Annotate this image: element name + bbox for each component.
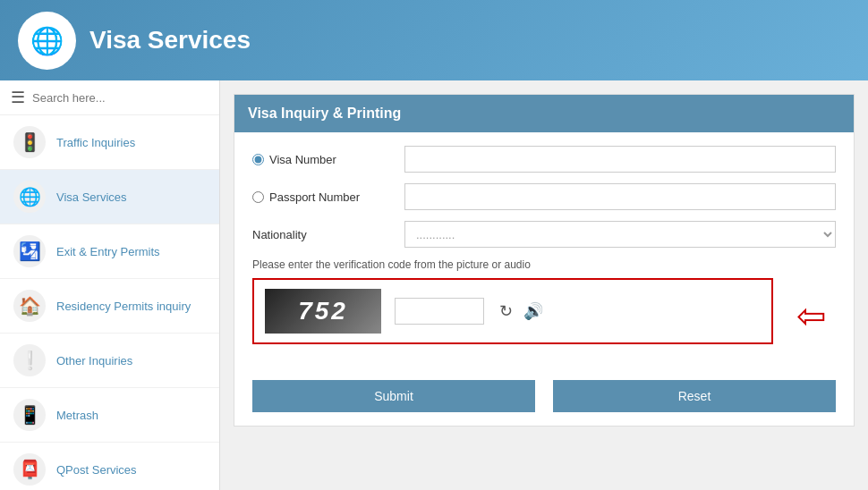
sidebar-label-residency: Residency Permits inquiry bbox=[56, 300, 191, 313]
sidebar-item-traffic[interactable]: 🚦 Traffic Inquiries bbox=[0, 115, 219, 170]
form-body: Visa Number Passport Number Nationality bbox=[234, 132, 854, 367]
hamburger-icon[interactable]: ☰ bbox=[11, 88, 25, 107]
metrash-icon: 📱 bbox=[13, 399, 46, 431]
sidebar-item-residency[interactable]: 🏠 Residency Permits inquiry bbox=[0, 279, 219, 334]
sidebar-item-metrash[interactable]: 📱 Metrash bbox=[0, 388, 219, 443]
visa-number-input[interactable] bbox=[404, 146, 836, 173]
header-logo: 🌐 bbox=[18, 12, 76, 70]
captcha-section: 752 ↻ 🔊 bbox=[252, 278, 773, 344]
passport-number-row: Passport Number bbox=[252, 183, 836, 210]
qpost-icon: 📮 bbox=[13, 453, 46, 486]
visa-icon: 🌐 bbox=[13, 181, 46, 213]
submit-button[interactable]: Submit bbox=[252, 380, 535, 412]
arrow-indicator: ⇦ bbox=[796, 295, 827, 336]
residency-icon: 🏠 bbox=[13, 290, 46, 322]
logo-icon: 🌐 bbox=[30, 25, 64, 56]
sidebar-label-visa: Visa Services bbox=[56, 190, 127, 204]
sidebar-label-metrash: Metrash bbox=[56, 409, 98, 422]
traffic-icon: 🚦 bbox=[13, 126, 46, 158]
sidebar-label-traffic: Traffic Inquiries bbox=[56, 136, 135, 149]
captcha-input[interactable] bbox=[395, 298, 484, 325]
visa-number-radio[interactable] bbox=[252, 154, 264, 165]
sidebar-label-exit: Exit & Entry Permits bbox=[56, 245, 160, 258]
content-area: Visa Inquiry & Printing Visa Number Pass… bbox=[220, 80, 868, 490]
captcha-image: 752 bbox=[265, 289, 381, 334]
sidebar-item-qpost[interactable]: 📮 QPost Services bbox=[0, 443, 219, 490]
sidebar-label-qpost: QPost Services bbox=[56, 463, 137, 477]
sidebar-item-visa[interactable]: 🌐 Visa Services bbox=[0, 170, 219, 224]
other-icon: ❕ bbox=[13, 344, 46, 376]
verification-note: Please enter the verification code from … bbox=[252, 258, 836, 271]
passport-number-input[interactable] bbox=[404, 183, 836, 210]
search-bar: ☰ bbox=[0, 80, 219, 115]
passport-number-radio[interactable] bbox=[252, 191, 264, 203]
visa-number-label[interactable]: Visa Number bbox=[252, 153, 396, 166]
search-input[interactable] bbox=[32, 91, 208, 105]
header: 🌐 Visa Services bbox=[0, 0, 868, 80]
form-panel: Visa Inquiry & Printing Visa Number Pass… bbox=[234, 94, 855, 427]
captcha-icons: ↻ 🔊 bbox=[498, 300, 545, 323]
sidebar: ☰ 🚦 Traffic Inquiries 🌐 Visa Services 🛂 … bbox=[0, 80, 220, 490]
reset-button[interactable]: Reset bbox=[553, 380, 836, 412]
header-title: Visa Services bbox=[89, 26, 251, 55]
visa-number-row: Visa Number bbox=[252, 146, 836, 173]
nationality-label: Nationality bbox=[252, 228, 396, 241]
exit-icon: 🛂 bbox=[13, 235, 46, 267]
nationality-select[interactable]: ............ bbox=[404, 221, 836, 248]
sidebar-item-other[interactable]: ❕ Other Inquiries bbox=[0, 334, 219, 388]
button-row: Submit Reset bbox=[234, 367, 854, 426]
passport-number-label[interactable]: Passport Number bbox=[252, 190, 396, 204]
sidebar-item-exit[interactable]: 🛂 Exit & Entry Permits bbox=[0, 224, 219, 279]
nationality-row: Nationality ............ bbox=[252, 221, 836, 248]
main-container: ☰ 🚦 Traffic Inquiries 🌐 Visa Services 🛂 … bbox=[0, 80, 868, 490]
sidebar-label-other: Other Inquiries bbox=[56, 354, 132, 368]
form-header: Visa Inquiry & Printing bbox=[234, 95, 854, 132]
form-title: Visa Inquiry & Printing bbox=[248, 106, 401, 121]
audio-captcha-button[interactable]: 🔊 bbox=[522, 300, 545, 323]
refresh-captcha-button[interactable]: ↻ bbox=[498, 300, 515, 323]
